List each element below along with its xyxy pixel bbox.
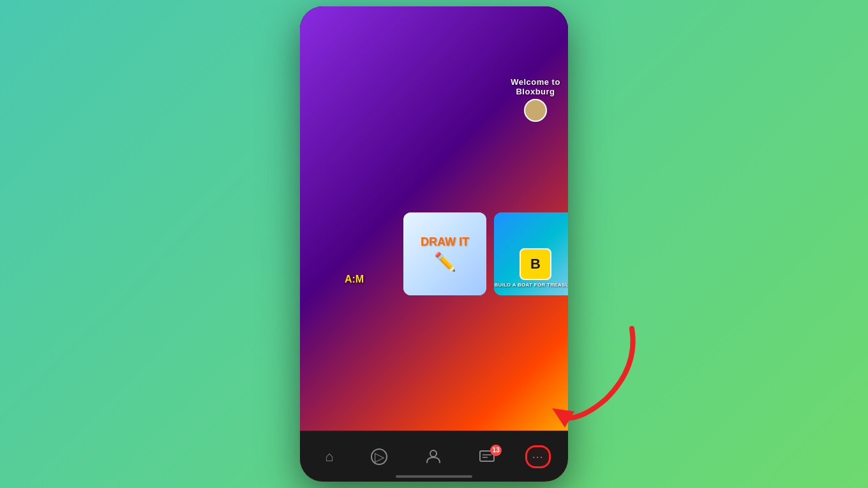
more-nav-item[interactable]: ··· [525,445,551,468]
home-nav-item[interactable]: ⌂ [317,445,341,469]
content-area: Continue Playing → meepcity [300,33,568,431]
game-card-drawit[interactable]: DRAW IT ✏️ [403,212,486,295]
pencil-icon: ✏️ [434,251,456,272]
home-icon: ⌂ [325,450,333,464]
messages-nav-item[interactable]: 13 [471,443,503,470]
game-card-buildboat[interactable]: B BUILD A BOAT FOR TREASURE [494,212,568,295]
bottom-nav: ⌂ ▷ 13 [300,431,568,482]
recommended-row: A:M DRAW IT ✏️ [300,212,568,298]
svg-point-0 [430,450,437,457]
game-card-am[interactable]: A:M [313,212,396,295]
game-thumb-drawit: DRAW IT ✏️ [403,212,486,295]
avatar-nav-item[interactable] [417,443,449,470]
phone-screen: Welcome to... Welcome to... Continue Pla… [300,6,568,482]
messages-badge: 13 [490,445,502,456]
avatar-icon [425,448,442,465]
game-thumb-buildboat: B BUILD A BOAT FOR TREASURE [494,212,568,295]
more-icon: ··· [532,451,544,462]
home-indicator [396,475,472,478]
play-nav-item[interactable]: ▷ [363,443,395,470]
game-thumb-am: A:M [313,212,396,295]
play-icon: ▷ [371,448,387,465]
